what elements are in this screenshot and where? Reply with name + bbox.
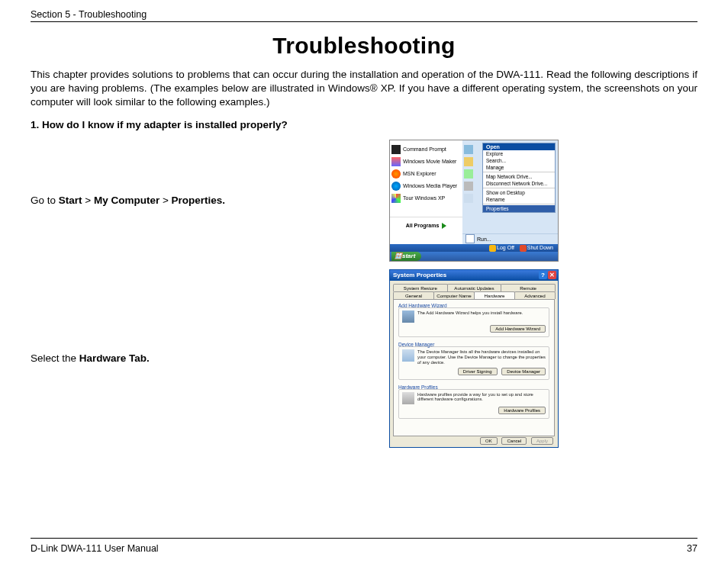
device-manager-button[interactable]: Device Manager (501, 368, 546, 375)
group-add-hardware-text: The Add Hardware Wizard helps you instal… (417, 310, 523, 316)
screenshot-start-menu: Command Prompt Windows Movie Maker MSN E… (389, 140, 559, 262)
tab-automatic-updates[interactable]: Automatic Updates (447, 284, 502, 291)
question-1: 1. How do I know if my adapter is instal… (31, 119, 697, 130)
chevron-right-icon (442, 223, 446, 229)
run-item[interactable]: Run... (462, 233, 558, 244)
close-icon[interactable]: ✕ (548, 271, 556, 279)
hardware-wizard-icon (402, 310, 414, 323)
step-1-text: Go to Start > My Computer > Properties. (31, 195, 389, 206)
hardware-profiles-icon (402, 392, 414, 404)
start-menu-item[interactable]: MSN Explorer (391, 168, 461, 180)
all-programs[interactable]: All Programs (390, 217, 462, 234)
context-menu-item[interactable]: Disconnect Network Drive... (483, 180, 555, 187)
cancel-button[interactable]: Cancel (501, 437, 527, 445)
start-menu-item[interactable]: Tour Windows XP (391, 192, 461, 204)
page-title: Troubleshooting (31, 33, 697, 59)
context-menu-item[interactable]: Rename (483, 196, 555, 203)
shutdown-icon[interactable] (520, 245, 527, 252)
group-hardware-profiles-text: Hardware profiles provide a way for you … (417, 392, 546, 403)
add-hardware-wizard-button[interactable]: Add Hardware Wizard (490, 325, 546, 333)
device-manager-icon (402, 349, 414, 362)
tab-hardware[interactable]: Hardware (474, 291, 515, 299)
run-icon (465, 234, 475, 243)
start-menu-item[interactable]: Command Prompt (391, 143, 461, 156)
apply-button[interactable]: Apply (531, 437, 553, 445)
screenshot-system-properties: System Properties ? ✕ System Restore Aut… (389, 269, 559, 448)
start-menu-item[interactable]: Windows Movie Maker (391, 156, 461, 168)
section-header: Section 5 - Troubleshooting (31, 9, 697, 20)
context-menu-item[interactable]: Show on Desktop (483, 189, 555, 196)
context-menu-item[interactable]: Explore (483, 150, 555, 157)
context-menu-item[interactable]: Open (483, 143, 555, 150)
context-menu: Open Explore Search... Manage Map Networ… (482, 143, 556, 213)
footer-page-number: 37 (687, 543, 697, 554)
logoff-icon[interactable] (489, 245, 496, 252)
start-button[interactable]: 🪟 start (391, 252, 421, 261)
intro-paragraph: This chapter provides solutions to probl… (31, 68, 697, 110)
footer-manual-name: D-Link DWA-111 User Manual (31, 543, 159, 554)
logoff-button[interactable]: Log Off (497, 245, 514, 250)
tab-computer-name[interactable]: Computer Name (433, 291, 475, 299)
hardware-profiles-button[interactable]: Hardware Profiles (498, 407, 546, 414)
tab-advanced[interactable]: Advanced (514, 291, 556, 299)
ok-button[interactable]: OK (480, 437, 498, 445)
divider-bottom (31, 538, 697, 539)
divider-top (31, 21, 697, 22)
shutdown-button[interactable]: Shut Down (527, 245, 553, 250)
step-2-text: Select the Hardware Tab. (31, 352, 389, 364)
context-menu-item-selected[interactable]: Properties (483, 205, 555, 212)
help-icon[interactable]: ? (539, 271, 547, 279)
context-menu-item[interactable]: Map Network Drive... (483, 173, 555, 180)
tab-general[interactable]: General (393, 291, 434, 299)
tab-system-restore[interactable]: System Restore (393, 284, 448, 291)
driver-signing-button[interactable]: Driver Signing (458, 368, 498, 375)
group-device-manager-text: The Device Manager lists all the hardwar… (417, 349, 546, 365)
context-menu-item[interactable]: Manage (483, 164, 555, 171)
dialog-titlebar: System Properties ? ✕ (390, 270, 558, 281)
start-menu-item[interactable]: Windows Media Player (391, 180, 461, 192)
context-menu-item[interactable]: Search... (483, 157, 555, 164)
tab-remote[interactable]: Remote (501, 284, 556, 291)
